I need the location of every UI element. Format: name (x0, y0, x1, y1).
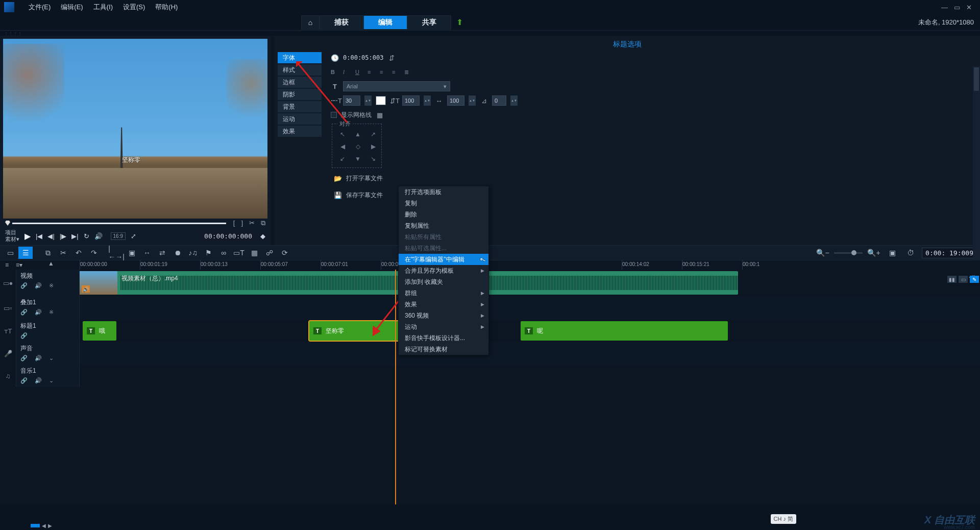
grid-settings-icon[interactable]: ▦ (376, 111, 384, 119)
stretch-icon[interactable]: ↔ (140, 247, 154, 259)
ctx-add-favorites[interactable]: 添加到 收藏夹 (399, 276, 488, 287)
go-start-icon[interactable]: |◀ (36, 232, 42, 240)
show-grid-checkbox[interactable] (331, 112, 337, 118)
track-name-overlay[interactable]: 叠加1 (20, 298, 75, 307)
font-select[interactable]: Arial (343, 81, 450, 91)
tab-capture[interactable]: 捕获 (320, 15, 363, 30)
go-end-icon[interactable]: ▶| (71, 232, 78, 240)
font-color-swatch[interactable] (376, 96, 386, 105)
mark-in-icon[interactable]: [ (233, 219, 235, 227)
open-subtitle-file[interactable]: 📂 打开字幕文件 (331, 172, 980, 185)
track-expand-icon[interactable]: ⌄ (49, 355, 54, 362)
ribbon-c-icon[interactable]: ✎ (970, 276, 979, 283)
track-add-icon[interactable]: ▲ (48, 260, 54, 267)
crop-icon[interactable]: ▣ (125, 247, 139, 259)
ctx-open-options[interactable]: 打开选项面板 (399, 186, 488, 198)
track-link-icon[interactable]: 🔗 (20, 377, 28, 384)
line-spacing-spinner[interactable]: ▲▼ (424, 95, 431, 106)
subtitle-icon[interactable]: ▭T (232, 247, 246, 259)
align-tl-icon[interactable]: ↖ (337, 131, 348, 140)
opt-tab-style[interactable]: 样式 (278, 64, 322, 76)
align-bc-icon[interactable]: ▼ (353, 155, 363, 164)
undo-icon[interactable]: ↶ (71, 247, 86, 259)
minimize-icon[interactable]: — (941, 4, 948, 11)
justify-icon[interactable]: ≣ (404, 69, 412, 76)
track-link-icon[interactable]: 🔗 (20, 332, 28, 339)
ctx-merge-save-template[interactable]: 合并且另存为模板 ▶ (399, 265, 488, 276)
ctx-delete[interactable]: 删除 (399, 209, 488, 220)
opt-tab-effect[interactable]: 效果 (278, 126, 322, 137)
copy-icon[interactable]: ⧉ (41, 247, 55, 259)
line-spacing-input[interactable]: 100 (402, 95, 420, 106)
menu-tools[interactable]: 工具(I) (88, 3, 118, 12)
zoom-out-icon[interactable]: 🔍− (816, 247, 830, 259)
track-collapse-icon[interactable]: ≡▾ (16, 261, 22, 269)
menu-edit[interactable]: 编辑(E) (56, 3, 88, 12)
close-icon[interactable]: ✕ (966, 4, 972, 11)
ctx-effect[interactable]: 效果 ▶ (399, 299, 488, 310)
ctx-copy[interactable]: 复制 (399, 198, 488, 209)
chapter-icon[interactable]: ∞ (216, 247, 231, 259)
ruler-tick[interactable]: 00:00:14:02 (622, 260, 682, 270)
ruler-tick[interactable]: 00:00:01:19 (140, 260, 200, 270)
options-scrollbar[interactable] (973, 66, 980, 260)
menu-help[interactable]: 帮助(H) (150, 3, 183, 12)
volume-icon[interactable]: 🔊 (94, 232, 103, 240)
track-mute-icon[interactable]: 🔊 (35, 282, 42, 289)
timer-icon[interactable]: ⏱ (903, 247, 918, 259)
tc-step-icon[interactable]: ◆ (260, 232, 265, 240)
ruler-tick[interactable]: 00:00:15:21 (682, 260, 742, 270)
redo-icon[interactable]: ↷ (87, 247, 101, 259)
ruler-tick[interactable]: 00:00:00:00 (80, 260, 140, 270)
next-frame-icon[interactable]: |▶ (60, 232, 66, 240)
track-fx-icon[interactable]: ※ (49, 282, 54, 289)
menu-file[interactable]: 文件(E) (23, 3, 56, 12)
upload-icon[interactable]: ⬆ (456, 17, 463, 27)
vertical-text-icon[interactable]: ⇵T (390, 97, 398, 105)
prev-frame-icon[interactable]: ◀| (47, 232, 54, 240)
preview-viewport[interactable]: 坚称零 (3, 39, 267, 219)
aspect-ratio[interactable]: 16:9 (111, 232, 126, 240)
maximize-icon[interactable]: ▭ (954, 4, 960, 11)
menu-settings[interactable]: 设置(S) (118, 3, 150, 12)
ruler-tick[interactable]: 00:00:07:01 (321, 260, 381, 270)
track-name-title[interactable]: 标题1 (20, 322, 75, 330)
track-fx-icon[interactable]: ※ (49, 309, 54, 316)
ctx-360-video[interactable]: 360 视频 ▶ (399, 310, 488, 321)
tab-home[interactable]: ⌂ (301, 15, 320, 30)
ctx-template-designer[interactable]: 影音快手模板设计器... (399, 332, 488, 344)
track-mute-icon[interactable]: 🔊 (35, 309, 42, 316)
align-mr-icon[interactable]: ▶ (368, 143, 378, 152)
slip-icon[interactable]: ⇄ (155, 247, 169, 259)
storyboard-view-icon[interactable]: ▭ (3, 247, 17, 259)
track-mute-icon[interactable]: 🔊 (35, 355, 42, 362)
timeline-hscroll[interactable]: ◀▶ (31, 523, 66, 528)
track-link-icon[interactable]: 🔗 (20, 309, 28, 316)
seek-handle[interactable] (5, 221, 10, 226)
align-bl-icon[interactable]: ↙ (337, 155, 348, 164)
resize-mode-icon[interactable]: ⤢ (131, 232, 136, 240)
track-link-icon[interactable]: 🔗 (20, 282, 28, 289)
opt-tab-border[interactable]: 边框 (278, 77, 322, 88)
italic-icon[interactable]: I (343, 69, 351, 75)
zoom-in-icon[interactable]: 🔍+ (867, 247, 881, 259)
ruler-tick[interactable]: 00:00:05:07 (260, 260, 321, 270)
align-mc-icon[interactable]: ◇ (353, 143, 363, 152)
opt-tab-shadow[interactable]: 阴影 (278, 89, 322, 100)
track-link-icon[interactable]: 🔗 (20, 355, 28, 362)
ctx-edit-in-subtitle-editor[interactable]: 在"字幕编辑器"中编辑 (399, 254, 488, 265)
track-motion-icon[interactable]: ☍ (262, 247, 277, 259)
track-expand-icon[interactable]: ⌄ (49, 377, 54, 384)
preview-timecode[interactable]: 00:00:00:000 (201, 231, 255, 241)
track-name-music[interactable]: 音乐1 (20, 367, 75, 375)
fit-project-icon[interactable]: ▣ (885, 247, 899, 259)
align-br-icon[interactable]: ↘ (368, 155, 378, 164)
font-size-input[interactable]: 30 (343, 95, 360, 106)
track-list-icon[interactable]: ≡ (5, 261, 9, 269)
grid-icon[interactable]: ▦ (247, 247, 261, 259)
record-icon[interactable]: ⏺ (170, 247, 185, 259)
underline-icon[interactable]: U (355, 69, 363, 75)
seek-track[interactable] (12, 223, 226, 224)
ctx-mark-replaceable[interactable]: 标记可替换素材 (399, 344, 488, 355)
marker-icon[interactable]: ⚑ (201, 247, 215, 259)
